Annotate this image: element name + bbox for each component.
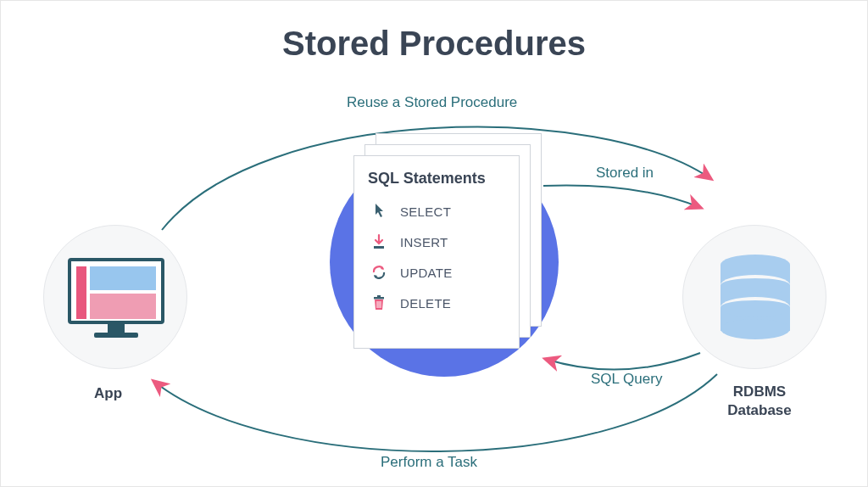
stmt-label: SELECT — [400, 204, 451, 219]
download-icon — [370, 233, 388, 250]
database-label: RDBMSDatabase — [721, 383, 798, 420]
sql-card-title: SQL Statements — [354, 156, 519, 196]
stmt-label: INSERT — [400, 235, 448, 249]
trash-icon — [370, 294, 388, 311]
svg-rect-1 — [374, 297, 384, 299]
svg-rect-0 — [374, 246, 384, 249]
label-reuse-procedure: Reuse a Stored Procedure — [347, 94, 517, 111]
svg-rect-2 — [377, 295, 381, 297]
label-sql-query: SQL Query — [591, 371, 662, 388]
stmt-label: DELETE — [400, 296, 451, 311]
database-icon — [721, 255, 790, 341]
sql-card: SQL Statements SELECT INSERT UPDATE — [353, 155, 520, 349]
diagram-title: Stored Procedures — [1, 1, 867, 63]
stmt-insert: INSERT — [368, 227, 505, 257]
database-node — [682, 225, 826, 369]
app-node — [43, 225, 187, 369]
sql-card-stack: SQL Statements SELECT INSERT UPDATE — [353, 133, 542, 349]
pointer-icon — [370, 203, 388, 220]
stmt-delete: DELETE — [368, 288, 505, 318]
stmt-update: UPDATE — [368, 257, 505, 288]
label-perform-task: Perform a Task — [381, 454, 477, 471]
stmt-label: UPDATE — [400, 266, 453, 280]
refresh-icon — [370, 264, 388, 281]
stmt-select: SELECT — [368, 196, 505, 227]
app-label: App — [94, 384, 122, 403]
monitor-icon — [68, 258, 164, 338]
label-stored-in: Stored in — [596, 165, 654, 182]
